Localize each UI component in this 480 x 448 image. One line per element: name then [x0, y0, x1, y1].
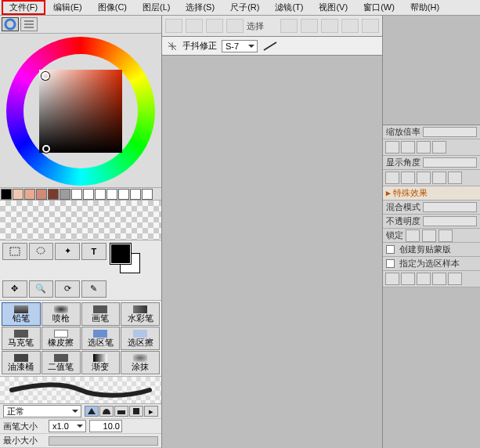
brush-selerase[interactable]: 选区擦: [121, 327, 160, 350]
blend-mode-select[interactable]: 正常: [3, 405, 81, 417]
swatch[interactable]: [60, 189, 70, 200]
brush-watercolor[interactable]: 水彩笔: [121, 302, 160, 326]
min-size-slider[interactable]: [49, 436, 158, 446]
sel-btn-5[interactable]: [280, 19, 298, 33]
delete-layer-button[interactable]: [417, 273, 431, 285]
color-wheel[interactable]: [6, 37, 155, 186]
swatch[interactable]: [1, 189, 12, 200]
layer-list[interactable]: [383, 287, 480, 448]
menu-ruler[interactable]: 尺子(R): [222, 1, 267, 14]
hue-marker[interactable]: [42, 72, 49, 80]
brush-bucket[interactable]: 油漆桶: [2, 351, 41, 374]
lock-all-button[interactable]: [438, 229, 453, 242]
move-tool[interactable]: ✥: [2, 280, 27, 298]
tip-tri[interactable]: [85, 406, 99, 417]
fx-header[interactable]: ▸ 特殊效果: [383, 186, 480, 201]
layer-blend-field[interactable]: [423, 202, 477, 212]
swatch[interactable]: [106, 189, 117, 200]
brush-size-value[interactable]: 10.0: [89, 420, 122, 432]
sel-btn-8[interactable]: [341, 19, 359, 33]
swatch[interactable]: [71, 189, 82, 200]
zoom-out-button[interactable]: [401, 141, 415, 154]
rotate-tool[interactable]: ⟳: [55, 280, 80, 298]
brush-eraser[interactable]: 橡皮擦: [42, 327, 81, 350]
brush-selpen[interactable]: 选区笔: [81, 327, 121, 350]
merge-down-button[interactable]: [432, 273, 446, 285]
swatch[interactable]: [83, 189, 94, 200]
zoom-field[interactable]: [423, 127, 477, 137]
menu-edit[interactable]: 编辑(E): [45, 1, 90, 14]
fg-bg-color[interactable]: [108, 243, 159, 279]
sel-btn-4[interactable]: [226, 19, 244, 33]
selmask-row[interactable]: 指定为选区样本: [383, 257, 480, 271]
swatch[interactable]: [13, 189, 23, 200]
rotate-reset-button[interactable]: [417, 172, 431, 184]
text-tool[interactable]: T: [81, 243, 106, 260]
swatch[interactable]: [95, 189, 106, 200]
menu-layer[interactable]: 图层(L): [135, 1, 178, 14]
sel-btn-6[interactable]: [301, 19, 318, 33]
color-slider-mode-button[interactable]: [20, 17, 38, 31]
brush-size-mult[interactable]: x1.0: [49, 420, 86, 432]
clip-row[interactable]: 创建剪贴蒙版: [383, 243, 480, 257]
rotate-ccw-button[interactable]: [385, 172, 399, 184]
fg-color[interactable]: [110, 244, 131, 264]
sel-btn-2[interactable]: [186, 19, 203, 33]
swatch[interactable]: [142, 189, 153, 200]
tip-round[interactable]: [99, 406, 114, 417]
sel-btn-3[interactable]: [206, 19, 223, 33]
tip-flat[interactable]: [114, 406, 128, 417]
menu-image[interactable]: 图像(C): [90, 1, 135, 14]
sel-btn-7[interactable]: [321, 19, 338, 33]
brush-gradient[interactable]: 渐变: [81, 351, 121, 374]
brush-pencil[interactable]: 铅笔: [2, 302, 41, 326]
brush-blur[interactable]: 涂抹: [121, 351, 160, 374]
clip-checkbox[interactable]: [386, 245, 395, 254]
magic-wand-tool[interactable]: ✦: [55, 243, 80, 260]
menu-filter[interactable]: 滤镜(T): [267, 1, 311, 14]
menu-window[interactable]: 窗口(W): [355, 1, 402, 14]
swatch[interactable]: [24, 189, 35, 200]
sv-square[interactable]: [39, 70, 122, 153]
eyedropper-tool[interactable]: ✎: [81, 280, 106, 298]
menu-file[interactable]: 文件(F): [2, 0, 45, 15]
brush-marker[interactable]: 马克笔: [2, 327, 41, 350]
clear-layer-button[interactable]: [448, 273, 462, 285]
menu-view[interactable]: 视图(V): [311, 1, 355, 14]
swatch[interactable]: [48, 189, 59, 200]
swatch[interactable]: [130, 189, 141, 200]
zoom-in-button[interactable]: [385, 141, 399, 154]
rotate-cw-button[interactable]: [401, 172, 415, 184]
new-layer-button[interactable]: [385, 273, 399, 285]
brush-brush[interactable]: 画笔: [81, 302, 121, 326]
angle-field[interactable]: [423, 157, 477, 168]
stabilizer-select[interactable]: S-7: [222, 40, 258, 52]
selmask-checkbox[interactable]: [386, 259, 395, 268]
swatch[interactable]: [118, 189, 129, 200]
new-folder-button[interactable]: [401, 273, 415, 285]
lock-opacity-button[interactable]: [406, 229, 420, 242]
flip-v-button[interactable]: [448, 172, 462, 184]
sv-marker[interactable]: [42, 145, 50, 153]
rect-select-tool[interactable]: [2, 243, 27, 260]
canvas-area[interactable]: [162, 56, 382, 448]
swatch[interactable]: [36, 189, 47, 200]
lock-pixel-button[interactable]: [422, 229, 436, 242]
flip-h-button[interactable]: [432, 172, 446, 184]
tip-more[interactable]: ▸: [144, 406, 158, 417]
color-wheel-mode-button[interactable]: [2, 17, 19, 31]
lasso-tool[interactable]: [29, 243, 54, 260]
navigator[interactable]: [383, 16, 480, 125]
layer-opacity-field[interactable]: [423, 216, 477, 226]
zoom-100-button[interactable]: [432, 141, 446, 154]
sel-btn-9[interactable]: [362, 19, 379, 33]
brush-binary[interactable]: 二值笔: [42, 351, 81, 374]
menu-help[interactable]: 帮助(H): [402, 1, 447, 14]
brush-airbrush[interactable]: 喷枪: [42, 302, 81, 326]
sel-btn-1[interactable]: [165, 19, 182, 33]
zoom-fit-button[interactable]: [417, 141, 431, 154]
scratchpad[interactable]: [0, 200, 161, 240]
tip-square[interactable]: [129, 406, 143, 417]
menu-select[interactable]: 选择(S): [178, 1, 222, 14]
zoom-tool[interactable]: 🔍: [29, 280, 54, 298]
